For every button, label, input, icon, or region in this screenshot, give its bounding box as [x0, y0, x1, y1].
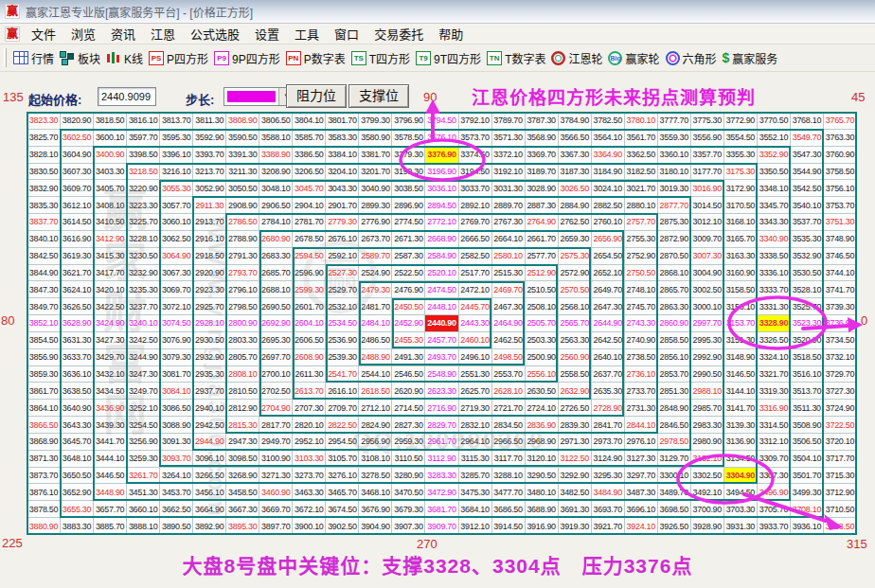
price-cell: 3177.70 [691, 164, 723, 180]
price-cell: 3559.30 [658, 130, 690, 146]
price-cell: 3700.90 [691, 501, 723, 517]
toolbar-item-service[interactable]: $ 赢家服务 [720, 48, 781, 68]
toolbar-item-winner-wheel[interactable]: Big 赢家轮 [605, 48, 662, 68]
price-cell: 2556.10 [526, 366, 558, 383]
menu-item-formula[interactable]: 公式选股 [183, 23, 247, 45]
toolbar-item-9p-square[interactable]: P9 9P四方形 [211, 48, 283, 68]
menu-item-browse[interactable]: 浏览 [63, 23, 103, 45]
price-cell: 3782.50 [592, 113, 624, 129]
price-cell: 3859.30 [27, 366, 60, 383]
price-cell: 2798.50 [226, 298, 259, 314]
toolbar-item-hexagon[interactable]: 六角形 [663, 48, 720, 68]
menu-item-tools[interactable]: 工具 [287, 23, 327, 45]
start-price-input[interactable] [98, 87, 156, 106]
menu-item-trade[interactable]: 交易委托 [366, 23, 431, 45]
price-cell: 3139.30 [724, 417, 757, 433]
price-cell: 3792.10 [459, 113, 491, 129]
price-cell: 2779.30 [326, 214, 358, 230]
menu-item-help[interactable]: 帮助 [431, 23, 471, 45]
price-cell: 3465.70 [326, 484, 358, 500]
price-cell: 3672.10 [293, 501, 325, 517]
toolbar-grip[interactable] [4, 48, 7, 67]
price-cell: 3904.90 [359, 518, 391, 534]
toolbar-item-p-table[interactable]: PN P数字表 [283, 48, 348, 68]
price-cell: 2916.10 [193, 231, 225, 247]
price-cell: 3645.70 [61, 434, 93, 450]
price-cell: 2527.30 [326, 265, 358, 281]
price-cell: 3828.10 [27, 147, 60, 163]
price-cell: 3266.50 [193, 468, 225, 484]
price-cell: 3201.70 [359, 164, 391, 180]
price-cell: 3316.90 [758, 400, 790, 416]
menu-item-gann[interactable]: 江恩 [143, 23, 183, 45]
price-cell: 2990.50 [691, 366, 723, 383]
price-cell: 2700.10 [259, 366, 292, 383]
toolbar-item-p-square[interactable]: PS P四方形 [146, 48, 211, 68]
toolbar-item-gann-wheel[interactable]: 江恩轮 [548, 48, 605, 68]
toolbar-item-kline[interactable]: K线 [103, 48, 146, 68]
support-button[interactable]: 支撑位 [348, 84, 409, 108]
price-cell: 3112.90 [425, 451, 457, 467]
price-cell: 3614.50 [61, 214, 93, 230]
menu-item-settings[interactable]: 设置 [247, 23, 287, 45]
price-cell: 2676.10 [326, 231, 358, 247]
price-cell: 3199.30 [392, 164, 424, 180]
price-cell: 3072.10 [160, 298, 192, 314]
price-cell: 3168.10 [724, 214, 757, 230]
toolbar-item-t-table[interactable]: TN T数字表 [484, 48, 548, 68]
price-cell: 3276.10 [326, 468, 358, 484]
price-cell: 2632.90 [559, 383, 591, 399]
price-cell: 3885.70 [94, 518, 126, 534]
price-cell: 3928.90 [691, 518, 723, 534]
price-cell: 3117.70 [492, 451, 525, 467]
price-cell: 2762.50 [559, 214, 591, 230]
price-cell: 3189.70 [526, 164, 558, 180]
price-cell: 3758.50 [824, 164, 856, 180]
price-cell: 3823.30 [27, 113, 60, 129]
price-cell: 2791.30 [226, 248, 259, 264]
price-cell: 2954.50 [326, 434, 358, 450]
price-cell: 3880.90 [27, 518, 60, 534]
price-cell: 2635.30 [592, 383, 624, 399]
price-cell: 3408.10 [94, 197, 126, 213]
price-cell: 2443.30 [459, 315, 491, 331]
price-cell: 3722.50 [824, 417, 856, 433]
price-cell: 3916.90 [526, 518, 558, 534]
price-cell: 3036.10 [425, 180, 457, 196]
resistance-button[interactable]: 阻力位 [286, 84, 347, 108]
price-cell: 3552.10 [758, 130, 790, 146]
price-cell: 2908.90 [226, 197, 259, 213]
price-cell: 2752.90 [625, 248, 657, 264]
price-cell: 3194.50 [459, 164, 491, 180]
price-cell: 2580.10 [492, 248, 525, 264]
price-cell: 2524.90 [359, 265, 391, 281]
price-cell: 2606.50 [293, 332, 325, 348]
menu-item-window[interactable]: 窗口 [327, 23, 366, 45]
price-cell: 3237.70 [127, 298, 159, 314]
step-color-combo[interactable]: ▼ [223, 87, 295, 106]
price-cell: 3866.50 [27, 417, 60, 433]
price-cell: 3372.10 [492, 147, 525, 163]
toolbar-item-t-square[interactable]: TS T四方形 [348, 48, 413, 68]
toolbar-item-9t-square[interactable]: T9 9T四方形 [413, 48, 484, 68]
price-cell: 2817.70 [259, 417, 292, 433]
menu-item-news[interactable]: 资讯 [103, 23, 143, 45]
price-cell: 3796.90 [392, 113, 424, 129]
price-cell: 2464.90 [492, 315, 525, 331]
price-cell: 3388.90 [259, 147, 292, 163]
price-cell: 2484.10 [359, 315, 391, 331]
price-cell: 2520.10 [425, 265, 457, 281]
toolbar-item-sectors[interactable]: 板块 [57, 48, 103, 68]
price-cell: 2937.70 [193, 383, 225, 399]
price-cell: 3084.10 [160, 383, 192, 399]
price-cell: 3364.90 [592, 147, 624, 163]
price-cell: 3837.70 [27, 214, 60, 230]
toolbar-item-quotes[interactable]: 行情 [10, 48, 57, 68]
angle-label-0: 0 [861, 313, 867, 328]
title-bar[interactable]: 赢 赢家江恩专业版[赢家服务平台] - [价格正方形] [0, 0, 875, 24]
price-cell: 3271.30 [259, 468, 292, 484]
price-cell: 3460.90 [259, 484, 292, 500]
price-cell: 3220.90 [127, 180, 159, 196]
menu-bar: 赢 文件 浏览 资讯 江恩 公式选股 设置 工具 窗口 交易委托 帮助 [0, 24, 875, 45]
menu-item-file[interactable]: 文件 [24, 23, 63, 45]
